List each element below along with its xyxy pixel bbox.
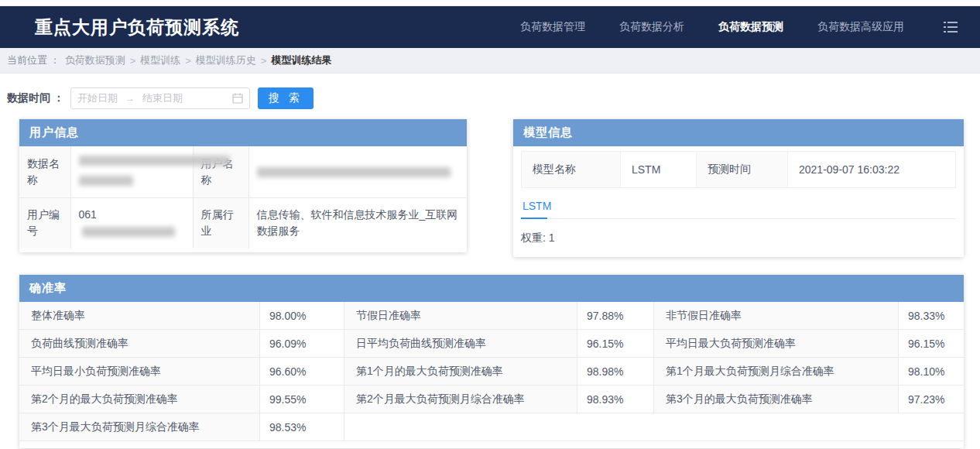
model-name-value: LSTM	[621, 152, 697, 187]
model-weight-text: 权重: 1	[521, 231, 956, 245]
user-info-panel: 用户信息 数据名称 用户名称 用户编号	[19, 119, 467, 252]
accuracy-label: 非节假日准确率	[654, 302, 898, 330]
nav-item-load-data-analysis[interactable]: 负荷数据分析	[619, 20, 684, 34]
accuracy-empty-cell	[654, 413, 898, 441]
main-nav: 负荷数据管理 负荷数据分析 负荷数据预测 负荷数据高级应用	[520, 20, 958, 34]
date-range-label: 数据时间 ：	[7, 91, 64, 105]
accuracy-panel-title: 确准率	[19, 275, 964, 302]
accuracy-label: 节假日准确率	[344, 302, 577, 330]
model-tabs: LSTM	[521, 199, 956, 219]
accuracy-label: 第2个月最大负荷预测月综合准确率	[344, 386, 577, 413]
user-name-label: 用户名称	[193, 146, 248, 197]
accuracy-label: 平均日最大负荷预测准确率	[654, 330, 898, 358]
calendar-icon	[232, 93, 243, 104]
user-code-label: 用户编号	[19, 197, 70, 248]
app-title: 重点大用户负荷预测系统	[35, 15, 239, 39]
table-row: 用户编号 061 所属行业 信息传输、软件和信息技术服务业_互联网数据服务	[19, 197, 467, 248]
nav-item-load-data-forecast[interactable]: 负荷数据预测	[718, 20, 783, 34]
accuracy-value: 98.10%	[898, 358, 964, 386]
accuracy-label: 平均日最小负荷预测准确率	[19, 358, 259, 386]
breadcrumb-separator: >	[261, 55, 267, 67]
user-info-table: 数据名称 用户名称 用户编号 061	[19, 146, 467, 248]
data-name-label: 数据名称	[19, 146, 70, 197]
accuracy-value: 98.93%	[577, 386, 654, 413]
accuracy-value: 96.15%	[577, 330, 654, 358]
accuracy-label: 负荷曲线预测准确率	[19, 330, 259, 358]
accuracy-label: 第2个月的最大负荷预测准确率	[19, 386, 259, 413]
model-info-panel-title: 模型信息	[513, 119, 964, 146]
accuracy-value: 97.23%	[898, 386, 964, 413]
end-date-input[interactable]: 结束日期	[142, 91, 183, 105]
user-info-panel-title: 用户信息	[19, 119, 467, 146]
search-button[interactable]: 搜 索	[258, 87, 314, 109]
accuracy-label: 整体准确率	[19, 302, 259, 330]
tab-underline	[521, 218, 956, 219]
accuracy-value: 98.33%	[898, 302, 964, 330]
model-name-label: 模型名称	[522, 152, 621, 187]
breadcrumb-separator: >	[130, 55, 136, 67]
window-top-strip	[0, 0, 980, 6]
breadcrumb-prefix: 当前位置 ：	[7, 53, 60, 67]
nav-item-load-data-advanced[interactable]: 负荷数据高级应用	[817, 20, 904, 34]
page: { "header": { "title": "重点大用户负荷预测系统", "n…	[0, 0, 980, 449]
accuracy-label: 第3个月最大负荷预测月综合准确率	[19, 413, 259, 441]
tab-lstm[interactable]: LSTM	[521, 200, 553, 218]
accuracy-empty-cell	[344, 413, 577, 441]
range-arrow-icon: →	[125, 93, 135, 104]
data-name-value	[70, 146, 193, 197]
accuracy-label: 日平均负荷曲线预测准确率	[344, 330, 577, 358]
accuracy-value: 96.15%	[898, 330, 964, 358]
accuracy-value: 98.98%	[577, 358, 654, 386]
accuracy-empty-cell	[898, 413, 964, 441]
accuracy-value: 96.60%	[259, 358, 344, 386]
accuracy-empty-cell	[577, 413, 654, 441]
industry-label: 所属行业	[193, 197, 248, 248]
redacted-value	[82, 227, 175, 237]
search-toolbar: 数据时间 ： 开始日期 → 结束日期 搜 索	[7, 87, 980, 109]
user-code-value: 061	[70, 197, 193, 248]
forecast-time-value: 2021-09-07 16:03:22	[788, 152, 955, 187]
breadcrumb-item-training-result: 模型训练结果	[271, 53, 331, 67]
model-info-panel: 模型信息 模型名称 LSTM 预测时间 2021-09-07 16:03:22 …	[513, 119, 964, 257]
breadcrumb-item-forecast[interactable]: 负荷数据预测	[65, 53, 125, 67]
user-name-value	[248, 146, 467, 197]
top-navbar: 重点大用户负荷预测系统 负荷数据管理 负荷数据分析 负荷数据预测 负荷数据高级应…	[0, 6, 980, 48]
info-cards-row: 用户信息 数据名称 用户名称 用户编号	[19, 119, 964, 257]
breadcrumb-item-training-history[interactable]: 模型训练历史	[196, 53, 256, 67]
model-info-row: 模型名称 LSTM 预测时间 2021-09-07 16:03:22	[521, 151, 956, 188]
accuracy-value: 96.09%	[259, 330, 344, 358]
accuracy-value: 98.00%	[259, 302, 344, 330]
accuracy-value: 99.55%	[259, 386, 344, 413]
accuracy-table: 整体准确率 98.00% 节假日准确率 97.88% 非节假日准确率 98.33…	[19, 302, 964, 441]
accuracy-label: 第3个月的最大负荷预测准确率	[654, 386, 898, 413]
redacted-value	[257, 167, 451, 177]
accuracy-label: 第1个月最大负荷预测月综合准确率	[654, 358, 898, 386]
industry-value: 信息传输、软件和信息技术服务业_互联网数据服务	[248, 197, 467, 248]
accuracy-value: 98.53%	[259, 413, 344, 441]
start-date-input[interactable]: 开始日期	[77, 91, 118, 105]
accuracy-value: 97.88%	[577, 302, 654, 330]
breadcrumb: 当前位置 ： 负荷数据预测 > 模型训练 > 模型训练历史 > 模型训练结果	[0, 48, 980, 74]
accuracy-panel: 确准率 整体准确率 98.00% 节假日准确率 97.88% 非节假日准确率 9…	[19, 275, 964, 448]
nav-item-load-data-management[interactable]: 负荷数据管理	[520, 20, 585, 34]
list-menu-icon[interactable]	[943, 20, 958, 34]
breadcrumb-separator: >	[185, 55, 191, 67]
accuracy-label: 第1个月的最大负荷预测准确率	[344, 358, 577, 386]
date-range-picker[interactable]: 开始日期 → 结束日期	[70, 87, 250, 109]
forecast-time-label: 预测时间	[697, 152, 788, 187]
breadcrumb-item-model-training[interactable]: 模型训练	[140, 53, 180, 67]
table-row: 数据名称 用户名称	[19, 146, 467, 197]
